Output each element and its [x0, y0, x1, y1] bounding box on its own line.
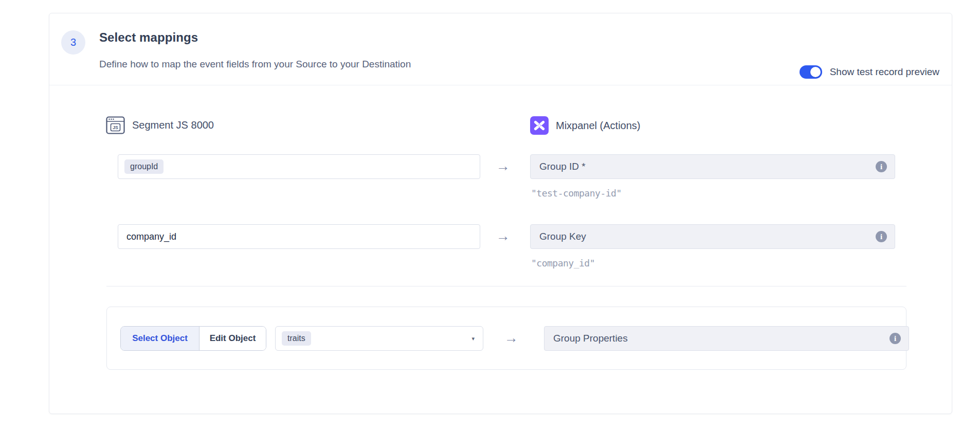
source-field-input-groupid[interactable]: groupId: [118, 154, 480, 179]
mapping-row-group-key: company_id → Group Key i: [49, 224, 952, 249]
mixpanel-icon: [530, 116, 549, 135]
page-title: Select mappings: [99, 30, 198, 45]
object-mapping-box: Select Object Edit Object traits ▾ → Gro…: [106, 307, 906, 370]
object-mapping-row: Select Object Edit Object traits ▾ → Gro…: [120, 326, 919, 351]
source-connector: JS Segment JS 8000: [106, 116, 214, 134]
object-path-dropdown[interactable]: traits ▾: [275, 326, 483, 351]
arrow-right-icon: →: [493, 158, 513, 174]
step-badge: 3: [61, 30, 85, 55]
source-field-input-company-id[interactable]: company_id: [118, 224, 480, 249]
browser-js-icon: JS: [106, 116, 125, 134]
toggle-knob: [810, 67, 821, 77]
destination-field-label: Group ID *: [539, 161, 876, 172]
select-mappings-card: 3 Select mappings Define how to map the …: [49, 13, 952, 414]
destination-field-label: Group Key: [539, 231, 876, 242]
destination-field-label: Group Properties: [553, 333, 890, 344]
destination-field-group-key: Group Key i: [530, 224, 895, 249]
test-preview-group-id: "test-company-id": [531, 188, 622, 199]
edit-object-button[interactable]: Edit Object: [199, 327, 266, 350]
section-divider: [106, 286, 906, 286]
select-object-button[interactable]: Select Object: [121, 327, 199, 350]
arrow-right-icon: →: [501, 330, 521, 346]
toggle-label: Show test record preview: [830, 66, 939, 78]
info-icon[interactable]: i: [890, 333, 901, 344]
page: 3 Select mappings Define how to map the …: [0, 0, 980, 430]
info-icon[interactable]: i: [876, 161, 887, 172]
destination-field-group-properties: Group Properties i: [544, 326, 909, 351]
card-header: 3 Select mappings Define how to map the …: [49, 13, 952, 85]
svg-text:JS: JS: [113, 125, 118, 130]
test-preview-group-key: "company_id": [531, 258, 595, 268]
preview-toggle-row: Show test record preview: [800, 65, 939, 79]
field-token-groupid[interactable]: groupId: [124, 159, 164, 174]
arrow-right-icon: →: [493, 228, 513, 244]
page-subtitle: Define how to map the event fields from …: [99, 59, 411, 70]
dropdown-token-traits: traits: [282, 331, 311, 346]
show-test-record-toggle[interactable]: [800, 65, 822, 79]
mapping-row-group-id: groupId → Group ID * i: [49, 154, 952, 179]
object-button-group: Select Object Edit Object: [120, 326, 266, 351]
destination-name: Mixpanel (Actions): [556, 120, 641, 132]
destination-connector: Mixpanel (Actions): [530, 116, 641, 135]
info-icon[interactable]: i: [876, 231, 887, 242]
destination-field-group-id: Group ID * i: [530, 154, 895, 179]
caret-down-icon: ▾: [471, 335, 475, 342]
source-name: Segment JS 8000: [132, 119, 214, 131]
step-number: 3: [70, 37, 76, 48]
